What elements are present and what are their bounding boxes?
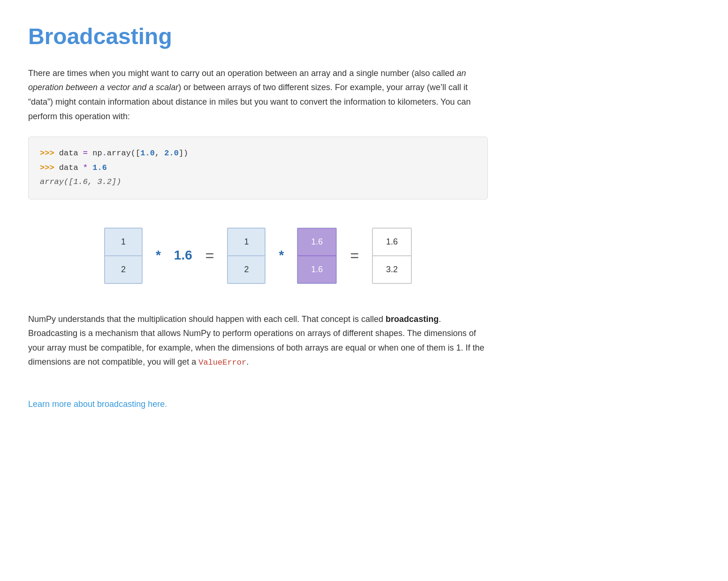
matrix-2-cell-2: 2 [228,256,265,283]
code-num-2: 2.0 [164,149,179,158]
broadcast-diagram: 1 2 * 1.6 = 1 2 * 1.6 1.6 = 1.6 3.2 [28,228,488,284]
code-dot: . [102,149,107,158]
code-array-func: array([ [107,149,140,158]
intro-text-1: There are times when you might want to c… [28,69,457,78]
learn-more-link[interactable]: Learn more about broadcasting here. [28,399,167,409]
code-line-1: >>> data = np.array([1.0, 2.0]) [40,146,476,161]
code-equals-1: = [83,149,88,158]
bottom-text-3: . [246,357,249,367]
page-title: Broadcasting [28,19,488,55]
code-comma: , [155,149,164,158]
matrix-3-cell-1: 1.6 [297,228,336,256]
operator-2: * [275,245,288,266]
matrix-3-broadcast: 1.6 1.6 [297,228,337,284]
result-cell-2: 3.2 [372,256,411,283]
code-var-2: data [54,163,83,172]
code-prompt-2: >>> [40,163,54,172]
matrix-1: 1 2 [104,228,143,284]
value-error: ValueError [198,358,246,367]
matrix-2-cell-1: 1 [228,228,265,256]
code-prompt-1: >>> [40,149,54,158]
equals-2: = [346,244,363,268]
matrix-1-cell-1: 1 [105,228,142,256]
matrix-2: 1 2 [227,228,265,284]
bottom-paragraph: NumPy understands that the multiplicatio… [28,312,488,370]
matrix-3-cell-2: 1.6 [297,256,336,283]
code-line-2: >>> data * 1.6 [40,161,476,176]
bottom-bold: broadcasting [386,314,439,324]
equals-1: = [202,244,218,268]
matrix-1-cell-2: 2 [105,256,142,283]
bottom-text-1: NumPy understands that the multiplicatio… [28,314,386,324]
scalar-value: 1.6 [174,245,192,266]
code-close: ]) [179,149,188,158]
code-line-3: array([1.6, 3.2]) [40,175,476,190]
code-var-1: data [54,149,83,158]
code-mult-op: * [83,163,88,172]
code-num-1: 1.0 [140,149,155,158]
operator-1: * [152,245,165,266]
code-block: >>> data = np.array([1.0, 2.0]) >>> data… [28,137,488,199]
code-func-np: np [88,149,102,158]
code-scalar: 1.6 [88,163,107,172]
intro-paragraph: There are times when you might want to c… [28,66,488,123]
result-matrix: 1.6 3.2 [372,228,412,284]
result-cell-1: 1.6 [372,228,411,256]
